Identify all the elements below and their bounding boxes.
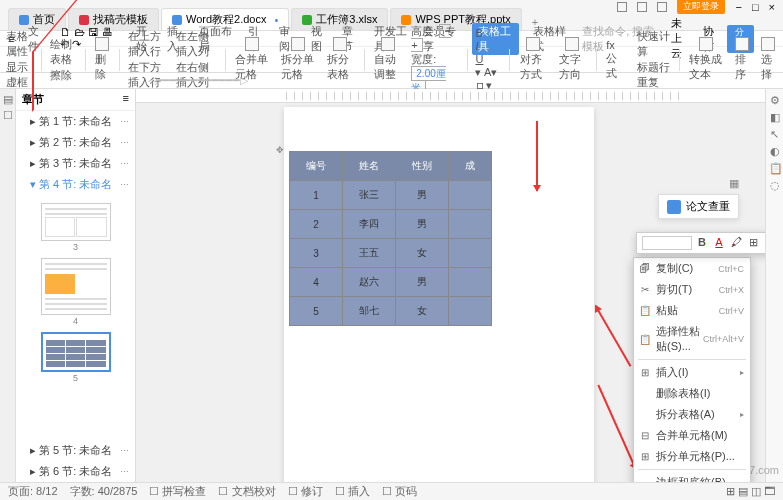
repeat-header[interactable]: 标题行重复 bbox=[637, 60, 671, 90]
table-props-button[interactable]: 表格属性 bbox=[6, 29, 33, 59]
table-header[interactable]: 成 bbox=[449, 152, 492, 181]
align-icon[interactable] bbox=[526, 37, 540, 51]
right-rail: ⚙ ◧ ↖ ◐ 📋 ◌ bbox=[765, 89, 783, 482]
outline-item[interactable]: ▸ 第 1 节: 未命名… bbox=[16, 111, 135, 132]
page-indicator[interactable]: 页面: 8/12 bbox=[8, 484, 58, 499]
ctx-cut[interactable]: ✂剪切(T)Ctrl+X bbox=[634, 279, 750, 300]
template-icon bbox=[79, 15, 89, 25]
context-menu: 🗐复制(C)Ctrl+C ✂剪切(T)Ctrl+X 📋粘贴Ctrl+V 📋选择性… bbox=[633, 257, 751, 482]
spell-check[interactable]: ☐ 拼写检查 bbox=[149, 484, 206, 499]
font-field[interactable] bbox=[642, 236, 692, 250]
box-icon[interactable] bbox=[637, 2, 647, 12]
page-thumb[interactable] bbox=[41, 203, 111, 241]
login-button[interactable]: 立即登录 bbox=[677, 0, 725, 14]
document-table[interactable]: 编号 姓名 性别 成 1张三男 2李四男 3王五女 4赵六男 5邹七女 bbox=[289, 151, 492, 326]
align-button[interactable]: ≡ bbox=[763, 236, 765, 250]
ctx-merge-cells[interactable]: ⊟合并单元格(M) bbox=[634, 425, 750, 446]
formula-button[interactable]: fx 公式 bbox=[606, 39, 627, 81]
settings-icon[interactable]: ⚙ bbox=[769, 94, 781, 106]
paste-icon: 📋 bbox=[639, 305, 650, 316]
outline-title: 章节 bbox=[22, 92, 44, 107]
merge-icon: ⊟ bbox=[639, 430, 650, 441]
split-cells-icon[interactable] bbox=[291, 37, 305, 51]
quick-calc[interactable]: 快速计算 bbox=[637, 29, 671, 59]
split-table-icon[interactable] bbox=[333, 37, 347, 51]
collapse-icon[interactable]: ≡ bbox=[123, 92, 129, 107]
minimize-icon[interactable]: − bbox=[735, 1, 741, 13]
box-icon[interactable] bbox=[657, 2, 667, 12]
horizontal-ruler[interactable] bbox=[136, 89, 765, 103]
insert-row-above[interactable]: 在上方插入行 bbox=[128, 29, 168, 59]
outline-item[interactable]: ▸ 第 3 节: 未命名… bbox=[16, 153, 135, 174]
statusbar: 页面: 8/12 字数: 40/2875 ☐ 拼写检查 ☐ 文档校对 ☐ 修订 … bbox=[0, 482, 783, 500]
merge-cells-icon[interactable] bbox=[245, 37, 259, 51]
shapes-icon[interactable]: ◐ bbox=[769, 145, 781, 157]
left-rail: ▤ ☐ bbox=[0, 89, 16, 482]
ring-icon[interactable]: ◌ bbox=[769, 179, 781, 191]
table-handle-icon[interactable]: ✥ bbox=[276, 145, 284, 155]
track-changes[interactable]: ☐ 修订 bbox=[288, 484, 323, 499]
clipboard-icon[interactable]: 📋 bbox=[769, 162, 781, 174]
table-header[interactable]: 性别 bbox=[396, 152, 449, 181]
insert-mode[interactable]: ☐ 插入 bbox=[335, 484, 370, 499]
outline-item[interactable]: ▸ 第 5 节: 未命名… bbox=[16, 440, 135, 461]
page-thumb[interactable] bbox=[41, 258, 111, 315]
annotation-arrow bbox=[595, 305, 632, 367]
document-area: ✥ 编号 姓名 性别 成 1张三男 2李四男 3王五女 4赵六男 5邹七女 B … bbox=[136, 89, 765, 482]
outline-icon[interactable]: ▤ bbox=[2, 93, 14, 105]
mini-toolbar: B A 🖍 ⊞ ≡ 插入▾ 删除▾ bbox=[636, 232, 765, 254]
page-thumb[interactable] bbox=[41, 332, 111, 372]
show-gridlines-button[interactable]: 显示虚框 bbox=[6, 60, 33, 90]
autofit-icon[interactable] bbox=[381, 37, 395, 51]
select-icon[interactable] bbox=[761, 37, 775, 51]
ctx-paste[interactable]: 📋粘贴Ctrl+V bbox=[634, 300, 750, 321]
table-header[interactable]: 姓名 bbox=[343, 152, 396, 181]
text-dir-icon[interactable] bbox=[565, 37, 579, 51]
ctx-insert[interactable]: ⊞插入(I)▸ bbox=[634, 362, 750, 383]
annotation-arrow bbox=[597, 385, 636, 470]
page-number[interactable]: ☐ 页码 bbox=[382, 484, 417, 499]
ctx-paste-special[interactable]: 📋选择性粘贴(S)...Ctrl+Alt+V bbox=[634, 321, 750, 357]
paste-special-icon: 📋 bbox=[639, 334, 650, 345]
page: ✥ 编号 姓名 性别 成 1张三男 2李四男 3王五女 4赵六男 5邹七女 bbox=[284, 107, 594, 482]
cut-icon: ✂ bbox=[639, 284, 650, 295]
maximize-icon[interactable]: □ bbox=[752, 1, 759, 13]
box-icon[interactable] bbox=[617, 2, 627, 12]
draw-table-button[interactable]: 绘制表格 bbox=[50, 37, 77, 67]
split-icon: ⊞ bbox=[639, 451, 650, 462]
ctx-delete-table[interactable]: 删除表格(I) bbox=[634, 383, 750, 404]
bold-button[interactable]: B bbox=[695, 236, 709, 250]
ctx-border-shading[interactable]: 边框和底纹(B)... bbox=[634, 472, 750, 482]
style-icon[interactable]: ◧ bbox=[769, 111, 781, 123]
convert-text-icon[interactable] bbox=[699, 37, 713, 51]
ctx-split-table[interactable]: 拆分表格(A)▸ bbox=[634, 404, 750, 425]
close-icon[interactable]: × bbox=[769, 1, 775, 13]
delete-icon[interactable] bbox=[95, 37, 109, 51]
outline-item[interactable]: ▾ 第 4 节: 未命名… bbox=[16, 174, 135, 195]
thesis-check-panel[interactable]: 论文查重 bbox=[658, 194, 739, 219]
outline-panel: 章节≡ ▸ 第 1 节: 未命名… ▸ 第 2 节: 未命名… ▸ 第 3 节:… bbox=[16, 89, 136, 482]
panel-toggle-icon[interactable]: ▦ bbox=[729, 177, 739, 190]
word-count[interactable]: 字数: 40/2875 bbox=[70, 484, 138, 499]
outline-item[interactable]: ▸ 第 2 节: 未命名… bbox=[16, 132, 135, 153]
bookmark-icon[interactable]: ☐ bbox=[2, 109, 14, 121]
border-button[interactable]: ⊞ bbox=[746, 236, 760, 250]
insert-icon: ⊞ bbox=[639, 367, 650, 378]
ctx-copy[interactable]: 🗐复制(C)Ctrl+C bbox=[634, 258, 750, 279]
outline-item[interactable]: ▸ 第 6 节: 未命名… bbox=[16, 461, 135, 482]
font-color-button[interactable]: A bbox=[712, 236, 726, 250]
sort-icon[interactable] bbox=[735, 37, 749, 51]
doc-check[interactable]: ☐ 文档校对 bbox=[218, 484, 275, 499]
copy-icon: 🗐 bbox=[639, 263, 650, 274]
insert-col-left[interactable]: 在左侧插入列 bbox=[176, 29, 216, 59]
ctx-split-cells[interactable]: ⊞拆分单元格(P)... bbox=[634, 446, 750, 467]
view-mode-icon[interactable]: ⊞ ▤ ◫ 🗔 bbox=[726, 485, 775, 498]
thesis-icon bbox=[667, 200, 681, 214]
highlight-button[interactable]: 🖍 bbox=[729, 236, 743, 250]
select-icon[interactable]: ↖ bbox=[769, 128, 781, 140]
eraser-button[interactable]: 擦除 bbox=[50, 68, 77, 83]
table-header[interactable]: 编号 bbox=[290, 152, 343, 181]
